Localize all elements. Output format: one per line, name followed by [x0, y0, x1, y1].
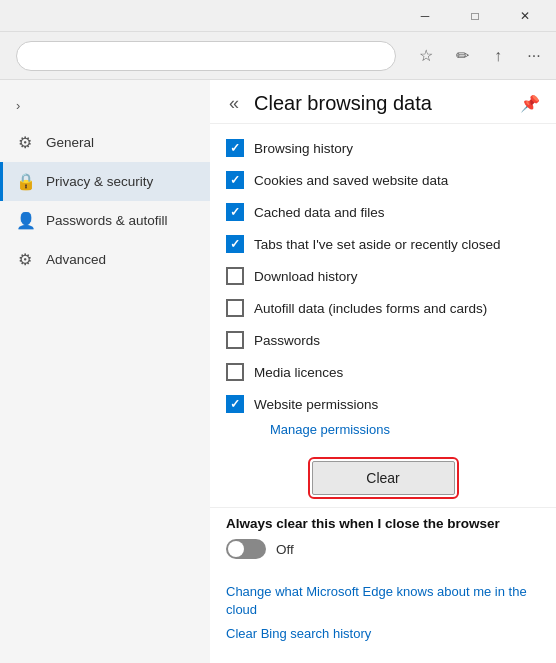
share-icon[interactable]: ↑	[484, 42, 512, 70]
checkbox-label-cached: Cached data and files	[254, 205, 385, 220]
panel-header: « Clear browsing data 📌	[210, 80, 556, 124]
sidebar-item-passwords[interactable]: 👤 Passwords & autofill	[0, 201, 210, 240]
checkbox-box-tabs: ✓	[226, 235, 244, 253]
always-clear-section: Always clear this when I close the brows…	[210, 507, 556, 579]
titlebar: ─ □ ✕	[0, 0, 556, 32]
main-content: › ⚙ General 🔒 Privacy & security 👤 Passw…	[0, 80, 556, 663]
checkbox-label-cookies: Cookies and saved website data	[254, 173, 448, 188]
checkbox-box-cookies: ✓	[226, 171, 244, 189]
maximize-button[interactable]: □	[452, 0, 498, 32]
checkbox-label-autofill: Autofill data (includes forms and cards)	[254, 301, 487, 316]
sidebar-label-advanced: Advanced	[46, 252, 106, 267]
checkbox-cached[interactable]: ✓ Cached data and files	[226, 196, 540, 228]
more-icon[interactable]: ···	[520, 42, 548, 70]
privacy-icon: 🔒	[16, 172, 34, 191]
clear-button-wrapper: Clear	[210, 453, 556, 507]
checkbox-cookies[interactable]: ✓ Cookies and saved website data	[226, 164, 540, 196]
checkbox-label-website-permissions: Website permissions	[254, 397, 378, 412]
checkbox-website-permissions[interactable]: ✓ Website permissions	[226, 388, 540, 420]
checkbox-list: ✓ Browsing history ✓ Cookies and saved w…	[210, 124, 556, 453]
toggle-knob	[228, 541, 244, 557]
checkbox-box-autofill	[226, 299, 244, 317]
back-button[interactable]: «	[222, 93, 246, 114]
checkbox-autofill[interactable]: Autofill data (includes forms and cards)	[226, 292, 540, 324]
checkbox-media-licences[interactable]: Media licences	[226, 356, 540, 388]
sidebar-label-passwords: Passwords & autofill	[46, 213, 168, 228]
checkbox-passwords[interactable]: Passwords	[226, 324, 540, 356]
checkbox-box-media-licences	[226, 363, 244, 381]
always-clear-toggle[interactable]	[226, 539, 266, 559]
checkbox-box-browsing-history: ✓	[226, 139, 244, 157]
manage-permissions-link[interactable]: Manage permissions	[226, 420, 540, 445]
page-title: Clear browsing data	[254, 92, 512, 115]
checkbox-box-passwords	[226, 331, 244, 349]
bing-history-link[interactable]: Clear Bing search history	[226, 625, 540, 643]
toggle-label: Off	[276, 542, 294, 557]
browser-chrome: ☆ ✏ ↑ ···	[0, 32, 556, 80]
sidebar-expand[interactable]: ›	[0, 88, 210, 123]
clear-button[interactable]: Clear	[312, 461, 455, 495]
general-icon: ⚙	[16, 133, 34, 152]
checkbox-browsing-history[interactable]: ✓ Browsing history	[226, 132, 540, 164]
minimize-button[interactable]: ─	[402, 0, 448, 32]
sidebar-label-general: General	[46, 135, 94, 150]
bottom-links: Change what Microsoft Edge knows about m…	[210, 579, 556, 662]
checkbox-label-media-licences: Media licences	[254, 365, 343, 380]
sidebar-label-privacy: Privacy & security	[46, 174, 153, 189]
checkbox-box-cached: ✓	[226, 203, 244, 221]
checkbox-box-website-permissions: ✓	[226, 395, 244, 413]
checkbox-label-tabs: Tabs that I've set aside or recently clo…	[254, 237, 500, 252]
checkbox-box-download-history	[226, 267, 244, 285]
toggle-row: Off	[226, 539, 540, 559]
checkbox-tabs[interactable]: ✓ Tabs that I've set aside or recently c…	[226, 228, 540, 260]
checkbox-download-history[interactable]: Download history	[226, 260, 540, 292]
panel: « Clear browsing data 📌 ✓ Browsing histo…	[210, 80, 556, 663]
sidebar-item-privacy[interactable]: 🔒 Privacy & security	[0, 162, 210, 201]
close-button[interactable]: ✕	[502, 0, 548, 32]
passwords-icon: 👤	[16, 211, 34, 230]
sidebar-item-advanced[interactable]: ⚙ Advanced	[0, 240, 210, 279]
always-clear-label: Always clear this when I close the brows…	[226, 516, 540, 531]
checkbox-label-passwords: Passwords	[254, 333, 320, 348]
checkbox-label-browsing-history: Browsing history	[254, 141, 353, 156]
pin-icon[interactable]: 📌	[520, 94, 540, 113]
favorites-icon[interactable]: ☆	[412, 42, 440, 70]
edge-cloud-link[interactable]: Change what Microsoft Edge knows about m…	[226, 583, 540, 619]
advanced-icon: ⚙	[16, 250, 34, 269]
sidebar-item-general[interactable]: ⚙ General	[0, 123, 210, 162]
reading-icon[interactable]: ✏	[448, 42, 476, 70]
sidebar: › ⚙ General 🔒 Privacy & security 👤 Passw…	[0, 80, 210, 663]
address-bar[interactable]	[16, 41, 396, 71]
checkbox-label-download-history: Download history	[254, 269, 358, 284]
